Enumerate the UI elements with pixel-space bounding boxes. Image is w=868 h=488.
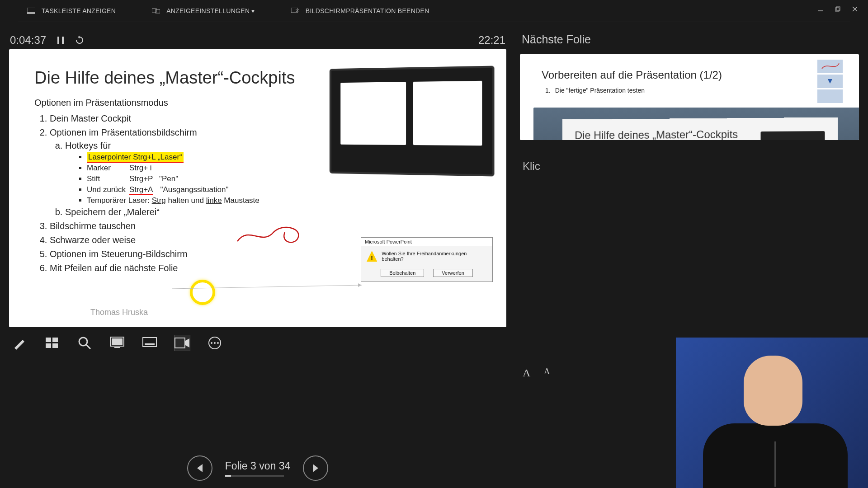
presenter-toolbar bbox=[9, 327, 506, 359]
window-restore[interactable] bbox=[829, 3, 846, 15]
slide-navigation: Folie 3 von 34 bbox=[0, 455, 515, 481]
embedded-photo: Die Hilfe deines „Master“-Cockpits Optio… bbox=[533, 108, 859, 140]
svg-line-23 bbox=[86, 345, 90, 349]
next-slide-title: Vorbereiten auf die Präsentation (1/2) bbox=[520, 54, 859, 87]
black-screen-button[interactable] bbox=[109, 335, 125, 351]
svg-marker-30 bbox=[185, 338, 189, 347]
clock-time: 22:21 bbox=[478, 34, 505, 47]
svg-marker-17 bbox=[358, 283, 362, 287]
slide-author: Thomas Hruska bbox=[90, 308, 148, 317]
svg-rect-28 bbox=[145, 343, 155, 345]
svg-point-22 bbox=[79, 338, 87, 346]
current-slide[interactable]: Die Hilfe deines „Master“-Cockpits Optio… bbox=[9, 49, 506, 327]
list-item: Und zurückStrg+A"Ausgangssituation" bbox=[87, 185, 481, 194]
list-item: Speichern der „Malerei“ bbox=[65, 207, 481, 217]
svg-rect-13 bbox=[62, 37, 64, 44]
reset-timer-button[interactable] bbox=[75, 36, 84, 45]
next-slide-button[interactable] bbox=[303, 455, 328, 481]
taskbar-icon bbox=[27, 8, 35, 14]
dialog-keep-button[interactable]: Beibehalten bbox=[381, 269, 424, 277]
timer-bar: 0:04:37 22:21 bbox=[9, 31, 506, 49]
next-slide-heading: Nächste Folie bbox=[522, 33, 859, 46]
presenter-topbar: TASKLEISTE ANZEIGEN ANZEIGEEINSTELLUNGEN… bbox=[18, 0, 850, 22]
svg-marker-14 bbox=[78, 36, 80, 38]
svg-point-32 bbox=[211, 342, 212, 344]
end-slideshow-icon bbox=[291, 8, 299, 14]
pen-tool[interactable] bbox=[12, 335, 27, 351]
svg-point-34 bbox=[217, 342, 219, 344]
window-minimize[interactable] bbox=[812, 3, 829, 15]
show-taskbar-button[interactable]: TASKLEISTE ANZEIGEN bbox=[27, 7, 116, 14]
prev-slide-button[interactable] bbox=[187, 455, 212, 481]
end-slideshow-button[interactable]: BILDSCHIRMPRÄSENTATION BEENDEN bbox=[291, 7, 429, 14]
pause-timer-button[interactable] bbox=[57, 36, 64, 44]
subtitle-button[interactable] bbox=[142, 335, 157, 351]
camera-button[interactable] bbox=[175, 335, 190, 351]
svg-rect-19 bbox=[52, 338, 58, 342]
svg-line-16 bbox=[172, 285, 362, 289]
monitor-graphic bbox=[330, 66, 495, 177]
list-item: Temporärer Laser: Strg halten und linke … bbox=[87, 196, 481, 205]
slide-counter: Folie 3 von 34 bbox=[225, 460, 290, 472]
svg-rect-1 bbox=[835, 8, 839, 11]
thumb-icons bbox=[817, 60, 845, 104]
dialog-title: Microsoft PowerPoint bbox=[361, 238, 492, 246]
arrow-down-icon bbox=[827, 78, 833, 84]
svg-rect-12 bbox=[57, 37, 59, 44]
font-shrink-button[interactable]: A bbox=[544, 367, 550, 379]
display-settings-label: ANZEIGEEINSTELLUNGEN ▾ bbox=[166, 7, 255, 14]
window-close[interactable] bbox=[846, 3, 863, 15]
connector-line bbox=[172, 280, 366, 298]
svg-point-33 bbox=[214, 342, 216, 344]
ink-save-dialog: Microsoft PowerPoint ! Wollen Sie Ihre F… bbox=[361, 237, 493, 282]
elapsed-time: 0:04:37 bbox=[10, 34, 46, 47]
svg-marker-36 bbox=[197, 464, 203, 472]
svg-marker-37 bbox=[313, 464, 318, 472]
warning-icon: ! bbox=[367, 251, 377, 262]
svg-rect-21 bbox=[52, 343, 58, 348]
svg-rect-18 bbox=[46, 338, 51, 342]
dialog-discard-button[interactable]: Verwerfen bbox=[433, 269, 473, 277]
presenter-camera[interactable] bbox=[676, 338, 868, 488]
see-all-slides-button[interactable] bbox=[44, 335, 60, 351]
svg-marker-35 bbox=[828, 79, 832, 84]
slide-progress bbox=[225, 475, 284, 477]
next-slide-line: 1.Die "fertige" Präsentation testen bbox=[520, 87, 859, 94]
end-slideshow-label: BILDSCHIRMPRÄSENTATION BEENDEN bbox=[306, 7, 429, 14]
list-item: StiftStrg+P"Pen" bbox=[87, 174, 481, 183]
svg-rect-2 bbox=[836, 7, 840, 10]
svg-rect-6 bbox=[27, 12, 35, 14]
font-grow-button[interactable]: A bbox=[523, 367, 530, 379]
svg-rect-25 bbox=[112, 338, 123, 345]
show-taskbar-label: TASKLEISTE ANZEIGEN bbox=[42, 7, 116, 14]
notes-hint[interactable]: Klic bbox=[523, 160, 859, 173]
more-options-button[interactable] bbox=[207, 335, 222, 351]
zoom-tool[interactable] bbox=[77, 335, 92, 351]
svg-rect-20 bbox=[46, 343, 51, 348]
next-slide-preview[interactable]: Vorbereiten auf die Präsentation (1/2) 1… bbox=[520, 54, 859, 140]
ink-scribble bbox=[235, 221, 307, 248]
dialog-message: Wollen Sie Ihre Freihandanmerkungen beha… bbox=[382, 251, 487, 262]
svg-rect-29 bbox=[175, 338, 185, 348]
display-settings-icon bbox=[152, 8, 160, 14]
display-settings-button[interactable]: ANZEIGEEINSTELLUNGEN ▾ bbox=[152, 7, 255, 14]
